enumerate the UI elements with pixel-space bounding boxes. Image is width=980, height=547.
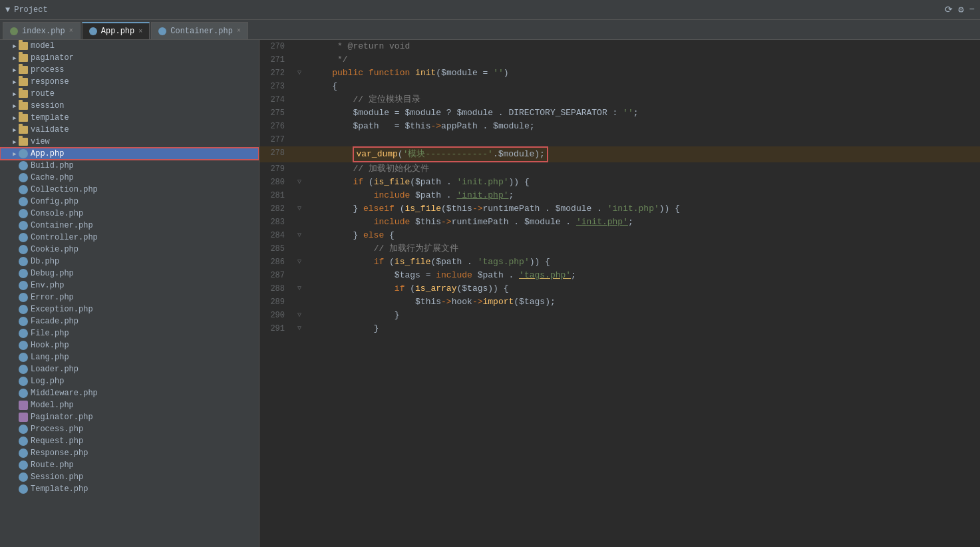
gutter-288[interactable]: ▽ [293,282,306,295]
sidebar-item-view[interactable]: ▶ view [0,136,259,148]
sidebar-item-log[interactable]: ▶ Log.php [0,375,259,387]
gutter-280[interactable]: ▽ [293,176,306,189]
sidebar-item-debug[interactable]: ▶ Debug.php [0,268,259,279]
sidebar-item-console[interactable]: ▶ Console.php [0,208,259,220]
sidebar-item-facade[interactable]: ▶ Facade.php [0,315,259,327]
tree-label-container: Container.php [31,221,93,230]
sidebar-item-middleware[interactable]: ▶ Middleware.php [0,387,259,399]
sidebar-item-session[interactable]: ▶ session [0,100,259,112]
sidebar-item-template[interactable]: ▶ template [0,112,259,124]
code-line-290: 290 ▽ } [259,309,980,322]
sidebar-item-model[interactable]: ▶ model [0,40,259,52]
gutter-272[interactable]: ▽ [293,67,306,80]
sync-icon[interactable]: ⟳ [945,4,953,15]
code-line-277: 277 [259,133,980,146]
gutter-284[interactable]: ▽ [293,229,306,242]
code-line-284: 284 ▽ } else { [259,229,980,242]
code-content-275: $module = $module ? $module . DIRECTORY_… [306,106,980,120]
line-num-279: 279 [259,162,293,176]
tree-label-hook: Hook.php [31,341,69,350]
tree-label-controller: Controller.php [31,233,98,242]
sidebar-item-route-php[interactable]: ▶ Route.php [0,459,259,471]
sidebar-item-response[interactable]: ▶ response [0,76,259,88]
code-content-290: } [306,309,980,322]
sidebar-item-paginator-php[interactable]: ▶ Paginator.php [0,411,259,423]
php-icon-env [19,281,28,290]
tree-label-paginator: paginator [31,53,74,63]
sidebar-item-session-php[interactable]: ▶ Session.php [0,471,259,483]
sidebar-item-lang[interactable]: ▶ Lang.php [0,351,259,363]
tree-label-process: process [31,65,64,75]
sidebar-item-paginator[interactable]: ▶ paginator [0,52,259,64]
tree-arrow-process: ▶ [11,66,19,74]
code-content-283: include $this->runtimePath . $module . '… [306,216,980,229]
tree-label-route-php: Route.php [31,460,74,470]
tab-index[interactable]: index.php × [3,22,81,39]
sidebar-item-loader[interactable]: ▶ Loader.php [0,363,259,375]
tree-label-process-php: Process.php [31,425,83,434]
code-content-287: $tags = include $path . 'tags.php'; [306,269,980,282]
sidebar-item-error[interactable]: ▶ Error.php [0,291,259,303]
tab-container[interactable]: Container.php × [151,22,248,39]
line-num-288: 288 [259,282,293,295]
code-content-291: } [306,322,980,335]
code-editor[interactable]: 270 * @return void 271 */ 272 ▽ public f… [259,40,980,547]
tree-arrow-response: ▶ [11,78,19,86]
line-num-285: 285 [259,242,293,256]
sidebar-item-model-php[interactable]: ▶ Model.php [0,399,259,411]
sidebar-item-template-php[interactable]: ▶ Template.php [0,483,259,495]
gutter-282[interactable]: ▽ [293,202,306,216]
code-content-277 [306,133,980,146]
sidebar-item-hook[interactable]: ▶ Hook.php [0,339,259,351]
sidebar-item-container[interactable]: ▶ Container.php [0,220,259,232]
tab-app[interactable]: App.php × [82,22,150,39]
gutter-291[interactable]: ▽ [293,322,306,335]
tab-container-label: Container.php [170,27,233,36]
tree-label-app: App.php [31,149,64,158]
code-content-285: // 加载行为扩展文件 [306,242,980,256]
sidebar-item-env[interactable]: ▶ Env.php [0,279,259,291]
tree-label-cache: Cache.php [31,173,74,182]
code-content-282: } elseif (is_file($this->runtimePath . $… [306,202,980,216]
tree-arrow-model: ▶ [11,42,19,50]
sidebar-item-validate[interactable]: ▶ validate [0,124,259,136]
code-line-270: 270 * @return void [259,40,980,53]
code-line-280: 280 ▽ if (is_file($path . 'init.php')) { [259,176,980,189]
php-icon-model-php [19,401,28,410]
sidebar-item-collection[interactable]: ▶ Collection.php [0,184,259,196]
gutter-274 [293,93,306,106]
sidebar-item-build[interactable]: ▶ Build.php [0,160,259,172]
sidebar-item-file[interactable]: ▶ File.php [0,327,259,339]
project-arrow[interactable]: ▼ [5,5,10,15]
minus-icon[interactable]: − [969,4,975,15]
tab-app-close[interactable]: × [138,28,142,35]
tree-label-cookie: Cookie.php [31,245,79,254]
php-icon-console [19,209,28,218]
sidebar-item-controller[interactable]: ▶ Controller.php [0,232,259,244]
sidebar-item-request[interactable]: ▶ Request.php [0,435,259,447]
line-num-282: 282 [259,202,293,216]
settings-icon[interactable]: ⚙ [958,4,963,15]
sidebar-item-route[interactable]: ▶ route [0,88,259,100]
code-content-288: if (is_array($tags)) { [306,282,980,295]
sidebar-item-exception[interactable]: ▶ Exception.php [0,303,259,315]
gutter-286[interactable]: ▽ [293,256,306,269]
sidebar-item-config[interactable]: ▶ Config.php [0,196,259,208]
tab-index-icon [10,27,18,35]
tree-arrow-route: ▶ [11,90,19,98]
line-num-286: 286 [259,256,293,269]
sidebar-item-process-php[interactable]: ▶ Process.php [0,423,259,435]
php-icon-exception [19,305,28,314]
gutter-290[interactable]: ▽ [293,309,306,322]
tab-index-close[interactable]: × [69,27,73,35]
sidebar-item-response-php[interactable]: ▶ Response.php [0,447,259,459]
line-num-274: 274 [259,93,293,106]
sidebar-item-process[interactable]: ▶ process [0,64,259,76]
sidebar-item-cookie[interactable]: ▶ Cookie.php [0,244,259,256]
sidebar-item-app[interactable]: ▶ App.php [0,148,259,160]
code-content-281: include $path . 'init.php'; [306,189,980,202]
php-icon-debug [19,269,28,278]
sidebar-item-db[interactable]: ▶ Db.php [0,256,259,268]
sidebar-item-cache[interactable]: ▶ Cache.php [0,172,259,184]
tab-container-close[interactable]: × [237,27,241,35]
